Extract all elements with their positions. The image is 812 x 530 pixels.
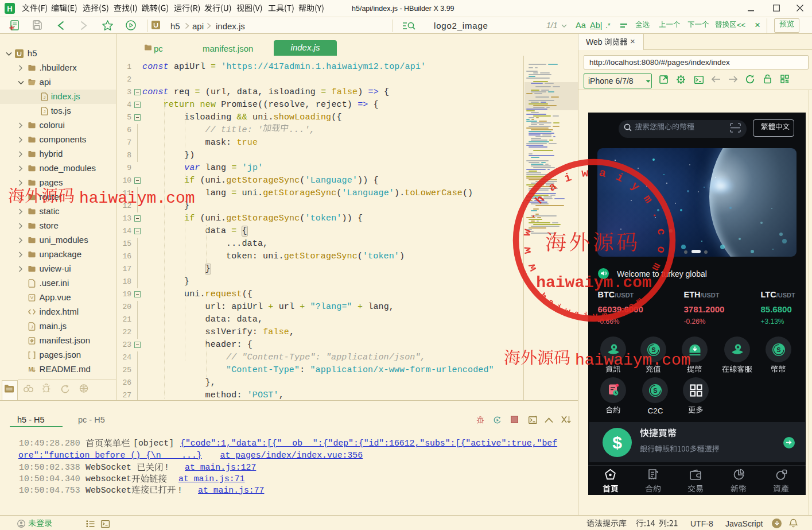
svg-text:M: M [28,366,33,373]
svg-text:J: J [43,95,46,100]
svg-text:haiwaiym.com: haiwaiym.com [536,274,652,292]
svg-text:H: H [7,5,12,13]
svg-text:haiwaiym.com: haiwaiym.com [538,291,648,321]
svg-text:J: J [30,325,33,330]
svg-text:S: S [653,387,657,394]
svg-text:S: S [776,346,780,353]
svg-text:J: J [43,110,46,114]
svg-text:V: V [30,295,34,300]
